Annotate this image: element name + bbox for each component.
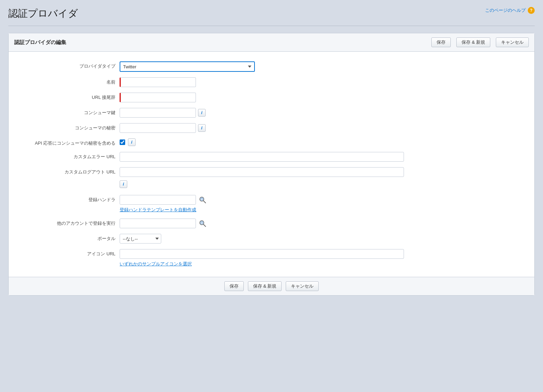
portal-row: ポータル --なし-- bbox=[9, 231, 534, 246]
custom-error-url-label: カスタムエラー URL bbox=[9, 152, 120, 160]
consumer-secret-row: コンシューマの秘密 i bbox=[9, 120, 534, 136]
custom-logout-url-info-button[interactable]: i bbox=[120, 180, 127, 188]
form-card-footer: 保存 保存 & 新規 キャンセル bbox=[9, 277, 534, 295]
form-card-body: プロバイダタイプ Twitter Facebook Google Microso… bbox=[9, 52, 534, 277]
execute-registration-label: 他のアカウントで登録を実行 bbox=[9, 219, 120, 227]
consumer-secret-info-button[interactable]: i bbox=[198, 124, 206, 132]
form-card: 認証プロバイダの編集 保存 保存 & 新規 キャンセル プロバイダタイプ Twi… bbox=[8, 33, 535, 296]
help-link-text: このページのヘルプ bbox=[485, 7, 526, 14]
page-header: 認証プロバイダ このページのヘルプ ? bbox=[8, 7, 535, 26]
help-link[interactable]: このページのヘルプ ? bbox=[485, 7, 535, 14]
custom-logout-url-input[interactable] bbox=[120, 167, 404, 177]
execute-registration-search-button[interactable] bbox=[198, 219, 207, 228]
portal-select[interactable]: --なし-- bbox=[120, 234, 161, 244]
custom-logout-url-row: カスタムログアウト URL i bbox=[9, 164, 534, 192]
cancel-button-bottom[interactable]: キャンセル bbox=[286, 281, 319, 291]
auto-create-link[interactable]: 登録ハンドラテンプレートを自動作成 bbox=[120, 207, 196, 213]
name-row: 名前 bbox=[9, 75, 534, 90]
save-new-button-top[interactable]: 保存 & 新規 bbox=[456, 37, 490, 47]
provider-type-row: プロバイダタイプ Twitter Facebook Google Microso… bbox=[9, 59, 534, 75]
help-icon: ? bbox=[528, 7, 535, 14]
url-suffix-field bbox=[120, 93, 526, 102]
url-suffix-label: URL 接尾辞 bbox=[9, 93, 120, 101]
portal-label: ポータル bbox=[9, 234, 120, 242]
icon-url-field: いずれかのサンプルアイコンを選択 bbox=[120, 249, 526, 267]
page-title: 認証プロバイダ bbox=[8, 7, 78, 20]
save-new-button-bottom[interactable]: 保存 & 新規 bbox=[248, 281, 282, 291]
cancel-button-top[interactable]: キャンセル bbox=[496, 37, 529, 47]
page-wrapper: 認証プロバイダ このページのヘルプ ? 認証プロバイダの編集 保存 保存 & 新… bbox=[0, 0, 543, 302]
registration-handler-search-button[interactable] bbox=[198, 195, 207, 204]
consumer-key-info-button[interactable]: i bbox=[198, 109, 206, 117]
search-icon-2 bbox=[199, 220, 206, 227]
execute-registration-field bbox=[120, 219, 526, 228]
api-include-secret-field: i bbox=[120, 138, 526, 146]
search-icon bbox=[199, 196, 206, 204]
custom-error-url-field bbox=[120, 152, 526, 162]
registration-handler-label: 登録ハンドラ bbox=[9, 195, 120, 203]
icon-url-input[interactable] bbox=[120, 249, 404, 259]
custom-error-url-input[interactable] bbox=[120, 152, 404, 162]
provider-type-select[interactable]: Twitter Facebook Google Microsoft Linked… bbox=[120, 61, 255, 72]
portal-field: --なし-- bbox=[120, 234, 526, 244]
api-include-secret-checkbox-group: i bbox=[120, 138, 136, 146]
execute-registration-input[interactable] bbox=[120, 219, 196, 228]
name-field bbox=[120, 77, 526, 87]
url-suffix-input[interactable] bbox=[120, 93, 196, 102]
name-input[interactable] bbox=[120, 77, 196, 87]
provider-type-label: プロバイダタイプ bbox=[9, 61, 120, 69]
save-button-top[interactable]: 保存 bbox=[431, 37, 451, 47]
form-card-header: 認証プロバイダの編集 保存 保存 & 新規 キャンセル bbox=[9, 33, 534, 52]
consumer-secret-field: i bbox=[120, 123, 526, 133]
api-include-secret-checkbox[interactable] bbox=[120, 139, 125, 145]
icon-url-label: アイコン URL bbox=[9, 249, 120, 257]
consumer-secret-label: コンシューマの秘密 bbox=[9, 123, 120, 131]
api-include-secret-label: API 応答にコンシューマの秘密を含める bbox=[9, 138, 120, 146]
custom-logout-url-field: i bbox=[120, 167, 526, 189]
registration-handler-input[interactable] bbox=[120, 195, 196, 205]
provider-type-field: Twitter Facebook Google Microsoft Linked… bbox=[120, 61, 526, 72]
svg-line-1 bbox=[204, 201, 206, 203]
consumer-key-input[interactable] bbox=[120, 108, 196, 118]
custom-error-url-row: カスタムエラー URL bbox=[9, 149, 534, 164]
custom-logout-url-label: カスタムログアウト URL bbox=[9, 167, 120, 175]
consumer-secret-input[interactable] bbox=[120, 123, 196, 133]
icon-url-row: アイコン URL いずれかのサンプルアイコンを選択 bbox=[9, 246, 534, 270]
custom-logout-url-info-block: i bbox=[120, 179, 127, 189]
consumer-key-row: コンシューマ鍵 i bbox=[9, 105, 534, 120]
registration-handler-row: 登録ハンドラ 登録ハンドラテンプレートを自動 bbox=[9, 192, 534, 216]
save-button-bottom[interactable]: 保存 bbox=[224, 281, 244, 291]
form-card-title: 認証プロバイダの編集 bbox=[14, 39, 426, 46]
api-include-secret-row: API 応答にコンシューマの秘密を含める i bbox=[9, 136, 534, 149]
url-suffix-row: URL 接尾辞 bbox=[9, 90, 534, 105]
consumer-key-label: コンシューマ鍵 bbox=[9, 108, 120, 116]
sample-icon-link[interactable]: いずれかのサンプルアイコンを選択 bbox=[120, 261, 192, 267]
name-label: 名前 bbox=[9, 77, 120, 85]
svg-line-4 bbox=[204, 224, 206, 227]
api-include-secret-info-button[interactable]: i bbox=[128, 138, 136, 146]
consumer-key-field: i bbox=[120, 108, 526, 118]
execute-registration-row: 他のアカウントで登録を実行 bbox=[9, 216, 534, 231]
registration-handler-field: 登録ハンドラテンプレートを自動作成 bbox=[120, 195, 526, 213]
